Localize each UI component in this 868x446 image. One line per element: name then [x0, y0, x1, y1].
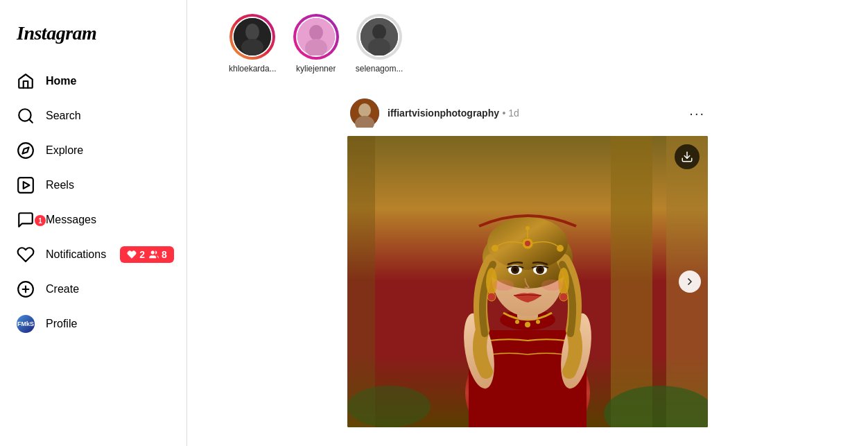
svg-rect-24: [347, 136, 375, 427]
sidebar-item-home-label: Home: [46, 75, 76, 87]
post-time: • 1d: [502, 108, 519, 119]
svg-point-13: [309, 25, 323, 40]
svg-point-5: [151, 251, 155, 255]
sidebar-item-notifications-label: Notifications: [46, 248, 106, 261]
notif-likes: 2: [127, 249, 145, 260]
svg-point-50: [557, 245, 564, 252]
story-ring-selena: [356, 14, 402, 60]
sidebar-item-notifications[interactable]: Notifications 2 8: [8, 237, 178, 272]
svg-point-48: [526, 226, 530, 230]
sidebar-item-create[interactable]: Create: [8, 272, 178, 307]
story-avatar-selena: [361, 18, 398, 55]
messages-icon: 1: [17, 211, 35, 229]
notif-likes-count: 2: [139, 249, 145, 260]
svg-point-54: [559, 293, 568, 301]
story-ring-kylie: [293, 14, 339, 60]
story-name-khloe: khloekarda...: [229, 64, 277, 74]
story-avatar-kylie: [297, 18, 335, 55]
svg-point-32: [536, 320, 540, 324]
sidebar-item-reels[interactable]: Reels: [8, 168, 178, 203]
explore-icon: [17, 141, 35, 160]
svg-rect-4: [18, 178, 33, 193]
svg-point-56: [541, 280, 562, 291]
notif-follows: 8: [149, 249, 167, 260]
svg-point-49: [492, 245, 498, 252]
svg-point-44: [538, 268, 542, 272]
svg-point-55: [493, 280, 514, 291]
sidebar-item-explore[interactable]: Explore: [8, 133, 178, 168]
sidebar-item-search[interactable]: Search: [8, 98, 178, 133]
reels-icon: [17, 176, 35, 194]
story-item-selena[interactable]: selenagom...: [356, 14, 403, 74]
story-item-kylie[interactable]: kyliejenner: [293, 14, 339, 74]
svg-point-41: [513, 268, 517, 272]
svg-rect-22: [611, 136, 652, 427]
story-avatar-khloe: [234, 18, 271, 55]
svg-marker-3: [22, 147, 28, 153]
search-icon: [17, 107, 35, 125]
story-name-selena: selenagom...: [356, 64, 403, 74]
sidebar-item-search-label: Search: [46, 110, 81, 122]
svg-point-30: [525, 322, 530, 327]
home-icon: [17, 72, 35, 90]
post-user-avatar[interactable]: [350, 98, 379, 128]
svg-point-26: [347, 386, 431, 427]
post-more-button[interactable]: ···: [689, 105, 705, 121]
svg-point-2: [18, 143, 33, 158]
svg-line-1: [29, 119, 33, 123]
sidebar-item-profile-label: Profile: [46, 318, 77, 330]
svg-point-16: [372, 24, 386, 40]
svg-point-19: [358, 103, 371, 117]
sidebar-item-profile[interactable]: FMkS Profile: [8, 307, 178, 341]
instagram-logo: Instagram: [8, 11, 178, 64]
story-item-khloe[interactable]: khloekarda...: [229, 14, 277, 74]
svg-point-46: [525, 241, 530, 246]
story-ring-khloe: [229, 14, 275, 60]
svg-point-11: [241, 39, 263, 55]
post-header-left: iffiartvisionphotography • 1d: [350, 98, 519, 128]
create-icon: [17, 280, 35, 298]
sidebar-item-explore-label: Explore: [46, 144, 83, 157]
post-user-info: iffiartvisionphotography • 1d: [388, 107, 519, 119]
post-image-container: [347, 136, 708, 427]
sidebar-item-create-label: Create: [46, 283, 79, 295]
svg-point-31: [515, 320, 519, 324]
sidebar-item-messages-label: Messages: [46, 214, 96, 226]
sidebar: Instagram Home Search Explore: [0, 0, 187, 446]
notif-follows-count: 8: [162, 249, 167, 260]
notifications-icon: [17, 246, 35, 264]
main-content: khloekarda... kyliejenner: [187, 0, 868, 446]
svg-point-52: [487, 293, 496, 301]
stories-row: khloekarda... kyliejenner: [215, 14, 840, 74]
profile-avatar-icon: FMkS: [17, 315, 35, 333]
story-name-kylie: kyliejenner: [296, 64, 336, 74]
post-username[interactable]: iffiartvisionphotography: [388, 108, 499, 119]
sidebar-item-home[interactable]: Home: [8, 64, 178, 98]
messages-badge: 1: [35, 215, 46, 226]
download-button[interactable]: [675, 144, 700, 169]
post-header: iffiartvisionphotography • 1d ···: [347, 90, 708, 136]
sidebar-item-reels-label: Reels: [46, 179, 74, 191]
svg-point-10: [245, 24, 259, 40]
notifications-popup: 2 8: [120, 246, 174, 263]
sidebar-item-messages[interactable]: 1 Messages: [8, 203, 178, 237]
post-card: iffiartvisionphotography • 1d ···: [347, 90, 708, 427]
svg-point-17: [368, 38, 390, 55]
post-image-bg: [347, 136, 708, 427]
next-slide-button[interactable]: [679, 271, 701, 293]
